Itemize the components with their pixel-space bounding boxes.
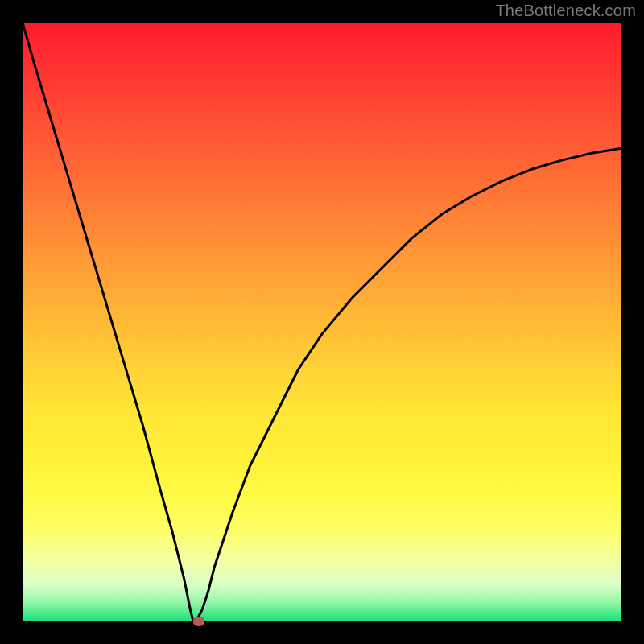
bottleneck-curve	[23, 23, 621, 621]
chart-frame: TheBottleneck.com	[0, 0, 644, 644]
watermark-label: TheBottleneck.com	[495, 2, 636, 20]
optimal-point-marker	[193, 617, 204, 626]
plot-area	[23, 23, 621, 621]
